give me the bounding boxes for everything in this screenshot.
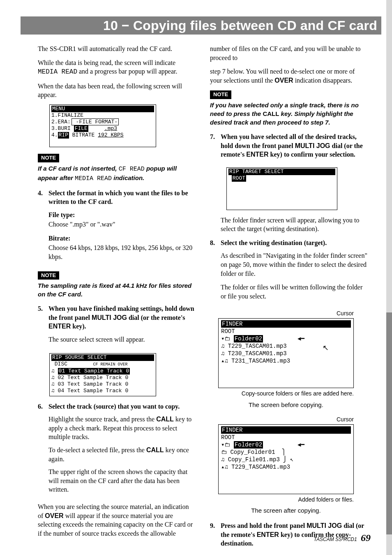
paragraph: When the data has been read, the followi… [38, 82, 195, 99]
step-4: 4. Select the format in which you want t… [38, 189, 195, 266]
note-badge: NOTE [210, 90, 231, 99]
note-block: NOTE The sampling rate is fixed at 44.1 … [38, 271, 195, 299]
columns: The SS-CDR1 will automatically read the … [38, 44, 367, 552]
figure-after: Cursor FINDER ROOT ▾🗀 Folder02 ◀━ 🗀 Copy… [218, 416, 367, 503]
underline: .mp3 [104, 125, 117, 132]
footer-brand: TASCAM SS-RCD1 [314, 536, 357, 542]
key-name: OVER [45, 512, 63, 519]
step-number: 9. [210, 521, 221, 552]
footer: TASCAM SS-RCD1 69 [314, 531, 371, 544]
screen-line: ▴♫ T229_TASCAM01.mp3 [221, 463, 351, 471]
screen-line: ▾🗀 Folder02 ◀━ [221, 441, 351, 449]
step-body: When you have finished making settings, … [48, 304, 195, 349]
screen-line: ♫ 04 Text Sample Track 0 [51, 388, 154, 394]
key-name: CALL [263, 110, 279, 117]
screen-line: ♫ 03 Text Sample Track 0 [51, 381, 154, 388]
step-5: 5. When you have finished making setting… [38, 304, 195, 349]
lcd-screen-menu: MENU 1.FINALIZE 2.ERA: -FILE FORMAT- 3.B… [49, 104, 156, 147]
figure-label: Added folders or files. [218, 496, 354, 503]
screen-title: FINDER [221, 426, 351, 434]
screen-line: DISC CF REMAIN OVER [51, 361, 154, 368]
note-text: If you have selected only a single track… [210, 101, 367, 127]
step-body: Select the writing destination (target).… [221, 238, 367, 306]
text: 4. [51, 132, 58, 138]
paragraph: step 7 below. You will need to de-select… [210, 67, 367, 85]
screen-title: FINDER [221, 320, 351, 328]
text: To de-select a selected file, press the [48, 446, 146, 453]
step-body: Select the format in which you want the … [48, 189, 195, 266]
step-head: Select the track (source) that you want … [48, 402, 195, 411]
lcd-screen-target: RIP TARGET SELECT ROOT [226, 167, 337, 210]
step-number: 8. [210, 238, 221, 306]
screen-line: ▴♫ T231_TASCAM01.mp3 [221, 357, 351, 365]
screen-line: ♫ 01 Text Sample Track 0 [51, 368, 154, 375]
step-number: 6. [38, 402, 48, 498]
text: Press and hold the front panel [221, 522, 307, 529]
screen-line: 1.FINALIZE [51, 112, 154, 119]
text: 3.BURI [51, 125, 71, 132]
box: -FILE FORMAT- [71, 118, 119, 125]
inv: FILE [74, 125, 88, 132]
screen-line: 4.RIP BITRATE 192 KBPS [51, 132, 154, 139]
paragraph: The folder finder screen will appear, al… [221, 216, 367, 234]
note-badge: NOTE [38, 271, 59, 280]
key-name: ENTER [48, 323, 71, 330]
key-name: CALL [146, 446, 164, 453]
text: Highlight the source track, and press th… [48, 416, 156, 423]
page: 10 − Copying files between CD and CF car… [0, 0, 392, 555]
page-number: 69 [361, 532, 371, 543]
note-text: The sampling rate is fixed at 44.1 kHz f… [38, 281, 195, 298]
screen-line: ROOT [221, 434, 351, 441]
screen-line: ROOT [228, 175, 335, 182]
screen-title: MENU [51, 106, 154, 112]
text: and a progress bar popup will appear. [77, 68, 177, 75]
key-name: MULTI JOG [307, 522, 342, 529]
screen-line: ♫ Copy_File01.mp3 ⎭ ↖ [221, 456, 351, 463]
step-head: When you have selected all of the desire… [221, 132, 367, 159]
paragraph: To de-select a selected file, press the … [48, 446, 195, 463]
note-badge: NOTE [38, 154, 59, 162]
step-8: 8. Select the writing destination (targe… [210, 238, 367, 306]
screen-line: 2.ERA: -FILE FORMAT- [51, 119, 154, 125]
key-name: CALL [156, 416, 174, 423]
mono-text: MEDIA READ [75, 175, 112, 182]
inv: Folder02 [234, 335, 263, 342]
paragraph: As described in "Navigating in the folde… [221, 251, 367, 278]
screen-title: RIP TARGET SELECT [228, 169, 335, 175]
screen-line: ▾🗀 Folder02 ◀━ [221, 335, 351, 342]
text: key) to confirm your selection. [269, 151, 355, 158]
screen-line: 3.BURI FILE .mp3 [51, 125, 154, 132]
screen-line: ♫ T230_TASCAM01.mp3 [221, 350, 351, 357]
text: While the data is being read, the screen… [38, 59, 175, 66]
step-7: 7. When you have selected all of the des… [210, 132, 367, 163]
lcd-screen-finder-before: FINDER ROOT ▾🗀 Folder02 ◀━ ♫ T229_TASCAM… [218, 318, 354, 388]
step-number: 7. [210, 132, 221, 163]
screen-line: ROOT [221, 328, 351, 335]
screen-line: ♫ T229_TASCAM01.mp3 [221, 342, 351, 350]
step-body: When you have selected all of the desire… [221, 132, 367, 163]
key-name: OVER [274, 77, 293, 84]
step-body: Select the track (source) that you want … [48, 402, 195, 498]
subhead: File type: [48, 210, 195, 220]
key-name: ENTER [246, 151, 268, 158]
text: CF REMAIN OVER [93, 362, 127, 367]
inv: RIP [58, 132, 69, 139]
subhead: Bitrate: [48, 234, 195, 243]
step-number: 4. [38, 189, 48, 266]
text: key). [71, 323, 86, 330]
content: The SS-CDR1 will automatically read the … [38, 44, 367, 539]
cursor-label: Cursor [218, 310, 354, 317]
text: BITRATE [69, 132, 98, 138]
paragraph: Choose 64 kbps, 128 kbps, 192 kbps, 256 … [48, 243, 195, 261]
step-number: 5. [38, 304, 48, 349]
step-6: 6. Select the track (source) that you wa… [38, 402, 195, 498]
screen-title: RIP SOURSE SELECT [51, 354, 154, 361]
note-block: NOTE If you have selected only a single … [210, 90, 367, 127]
figure-caption: The screen before copying. [218, 401, 354, 409]
step-head: When you have finished making settings, … [48, 304, 195, 331]
arrow-icon: ↖ [323, 344, 329, 352]
tab-marker [386, 312, 392, 534]
lcd-screen-finder-after: FINDER ROOT ▾🗀 Folder02 ◀━ 🗀 Copy_Folder… [218, 424, 354, 494]
text: DISC [55, 361, 67, 367]
paragraph: Highlight the source track, and press th… [48, 415, 195, 442]
